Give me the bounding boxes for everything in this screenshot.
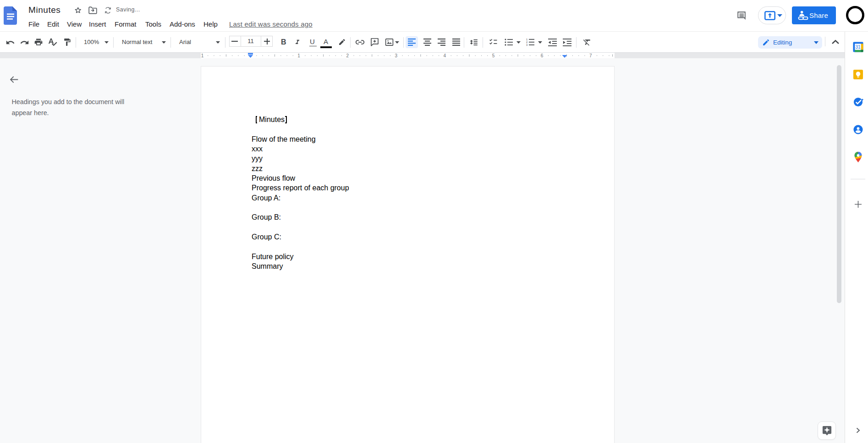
svg-text:2: 2 [526, 41, 527, 44]
svg-text:3: 3 [526, 44, 527, 46]
svg-text:5: 5 [492, 53, 495, 58]
svg-text:6: 6 [541, 53, 544, 58]
svg-text:1: 1 [297, 53, 300, 58]
svg-text:2: 2 [346, 53, 349, 58]
svg-text:4: 4 [444, 53, 446, 58]
svg-text:7: 7 [589, 53, 592, 58]
svg-text:1: 1 [526, 38, 527, 41]
svg-text:1: 1 [201, 53, 204, 58]
svg-text:31: 31 [855, 44, 861, 50]
svg-text:3: 3 [395, 53, 398, 58]
